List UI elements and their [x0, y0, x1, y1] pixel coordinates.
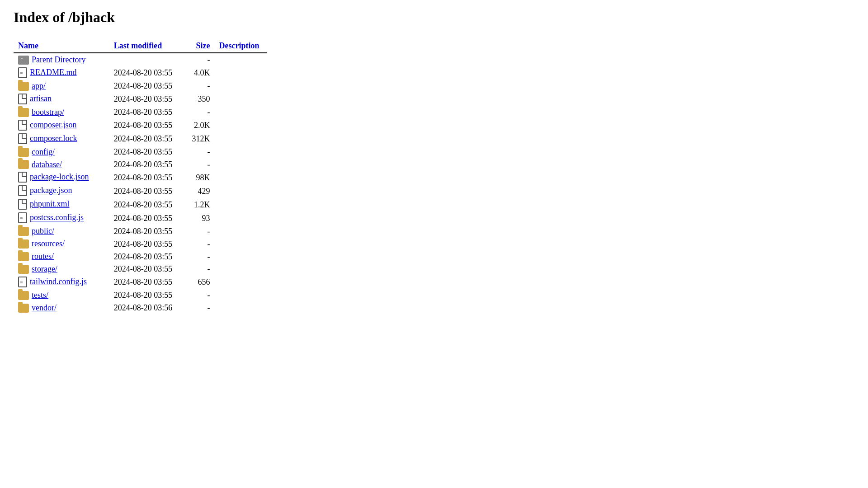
file-unknown-icon — [18, 94, 27, 104]
file-size: 93 — [186, 211, 215, 225]
file-size: 656 — [186, 276, 215, 289]
modified-date: 2024-08-20 03:55 — [109, 132, 186, 146]
file-description — [215, 159, 267, 171]
file-link[interactable]: database/ — [32, 160, 62, 169]
file-link[interactable]: composer.json — [30, 120, 77, 129]
file-link[interactable]: resources/ — [32, 239, 65, 248]
file-description — [215, 276, 267, 289]
file-description — [215, 119, 267, 132]
modified-date — [109, 53, 186, 66]
modified-date: 2024-08-20 03:55 — [109, 238, 186, 250]
file-description — [215, 289, 267, 302]
file-size: - — [186, 302, 215, 314]
file-link[interactable]: composer.lock — [30, 134, 77, 143]
list-item: bootstrap/2024-08-20 03:55- — [14, 106, 267, 119]
list-item: database/2024-08-20 03:55- — [14, 159, 267, 171]
modified-date: 2024-08-20 03:55 — [109, 198, 186, 211]
file-link[interactable]: app/ — [32, 81, 46, 90]
file-description — [215, 146, 267, 159]
file-unknown-icon — [18, 133, 27, 144]
file-text-icon — [18, 67, 27, 78]
file-link[interactable]: config/ — [32, 147, 55, 156]
file-description — [215, 66, 267, 80]
sort-by-size[interactable]: Size — [196, 41, 210, 50]
modified-date: 2024-08-20 03:55 — [109, 80, 186, 93]
list-item: Parent Directory- — [14, 53, 267, 66]
file-description — [215, 198, 267, 211]
file-link[interactable]: routes/ — [32, 252, 54, 261]
file-link[interactable]: tailwind.config.js — [30, 277, 87, 286]
file-link[interactable]: README.md — [30, 68, 77, 77]
file-link[interactable]: package-lock.json — [30, 173, 89, 182]
file-size: - — [186, 225, 215, 238]
file-unknown-icon — [18, 199, 27, 210]
folder-icon — [18, 304, 29, 313]
file-size: - — [186, 159, 215, 171]
modified-date: 2024-08-20 03:55 — [109, 119, 186, 132]
list-item: package.json2024-08-20 03:55429 — [14, 184, 267, 198]
file-link[interactable]: Parent Directory — [32, 55, 85, 64]
modified-date: 2024-08-20 03:55 — [109, 106, 186, 119]
list-item: storage/2024-08-20 03:55- — [14, 263, 267, 276]
file-link[interactable]: phpunit.xml — [30, 200, 70, 209]
file-unknown-icon — [18, 120, 27, 131]
sort-by-modified[interactable]: Last modified — [114, 41, 162, 50]
folder-icon — [18, 160, 29, 169]
file-description — [215, 171, 267, 184]
file-size: - — [186, 106, 215, 119]
directory-listing: Name Last modified Size Description Pare… — [14, 39, 267, 314]
file-description — [215, 211, 267, 225]
modified-date: 2024-08-20 03:55 — [109, 263, 186, 276]
list-item: tests/2024-08-20 03:55- — [14, 289, 267, 302]
modified-date: 2024-08-20 03:55 — [109, 93, 186, 106]
folder-icon — [18, 265, 29, 274]
modified-date: 2024-08-20 03:55 — [109, 66, 186, 80]
folder-icon — [18, 148, 29, 157]
file-size: 312K — [186, 132, 215, 146]
file-unknown-icon — [18, 172, 27, 183]
file-description — [215, 80, 267, 93]
file-size: - — [186, 238, 215, 250]
modified-date: 2024-08-20 03:55 — [109, 250, 186, 263]
file-size: - — [186, 289, 215, 302]
folder-icon — [18, 82, 29, 91]
folder-icon — [18, 252, 29, 261]
file-size: - — [186, 80, 215, 93]
file-size: - — [186, 53, 215, 66]
file-size: 4.0K — [186, 66, 215, 80]
file-description — [215, 302, 267, 314]
list-item: app/2024-08-20 03:55- — [14, 80, 267, 93]
folder-icon — [18, 239, 29, 249]
modified-date: 2024-08-20 03:55 — [109, 159, 186, 171]
folder-icon — [18, 227, 29, 236]
file-unknown-icon — [18, 185, 27, 196]
file-size: - — [186, 250, 215, 263]
file-link[interactable]: postcss.config.js — [30, 213, 84, 222]
file-size: 429 — [186, 184, 215, 198]
list-item: public/2024-08-20 03:55- — [14, 225, 267, 238]
file-link[interactable]: artisan — [30, 94, 52, 103]
sort-by-name[interactable]: Name — [18, 41, 38, 50]
file-link[interactable]: package.json — [30, 186, 72, 195]
file-description — [215, 225, 267, 238]
modified-date: 2024-08-20 03:55 — [109, 146, 186, 159]
file-description — [215, 106, 267, 119]
file-link[interactable]: bootstrap/ — [32, 108, 64, 117]
file-text-icon — [18, 212, 27, 223]
list-item: vendor/2024-08-20 03:56- — [14, 302, 267, 314]
file-text-icon — [18, 277, 27, 287]
file-description — [215, 93, 267, 106]
file-description — [215, 132, 267, 146]
file-description — [215, 53, 267, 66]
file-size: 98K — [186, 171, 215, 184]
sort-by-description[interactable]: Description — [219, 41, 259, 50]
file-link[interactable]: tests/ — [32, 291, 48, 300]
file-link[interactable]: vendor/ — [32, 303, 57, 312]
file-size: 350 — [186, 93, 215, 106]
file-link[interactable]: public/ — [32, 226, 54, 235]
file-link[interactable]: storage/ — [32, 264, 57, 273]
list-item: postcss.config.js2024-08-20 03:5593 — [14, 211, 267, 225]
file-size: 2.0K — [186, 119, 215, 132]
list-item: composer.json2024-08-20 03:552.0K — [14, 119, 267, 132]
file-description — [215, 250, 267, 263]
